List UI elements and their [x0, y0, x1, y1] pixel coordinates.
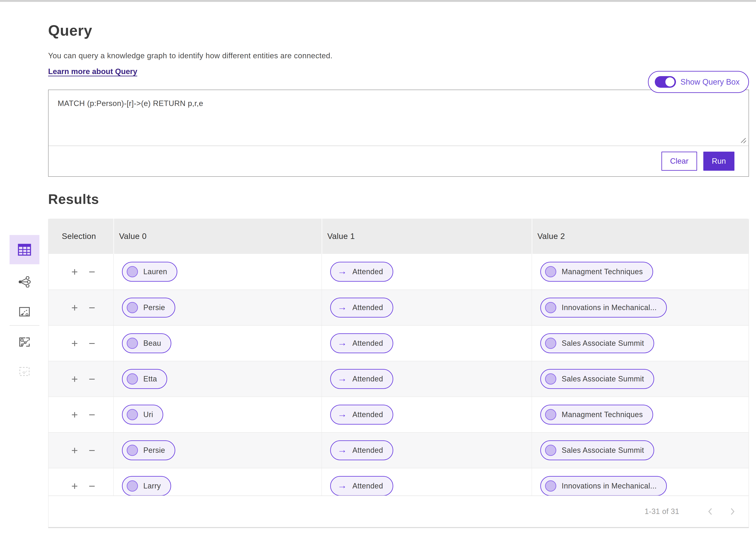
node-pill[interactable]: Beau: [122, 333, 171, 353]
next-page-button[interactable]: [726, 505, 738, 518]
row-value2-cell: Managment Techniques: [532, 254, 748, 290]
edge-pill[interactable]: → Attended: [330, 333, 393, 353]
row-value0-cell: Etta: [113, 361, 322, 396]
results-table: Selection Value 0 Value 1 Value 2 + − La…: [48, 219, 749, 528]
collapse-row-button[interactable]: −: [89, 302, 96, 313]
edge-pill[interactable]: → Attended: [330, 298, 393, 317]
column-header-value1: Value 1: [322, 219, 532, 254]
row-value0-cell: Uri: [113, 397, 322, 432]
collapse-row-button[interactable]: −: [89, 445, 96, 456]
node-pill[interactable]: Innovations in Mechanical...: [540, 298, 667, 317]
row-selection-cell: + −: [49, 326, 113, 361]
node-pill[interactable]: Larry: [122, 476, 171, 496]
collapse-row-button[interactable]: −: [89, 338, 96, 349]
run-button[interactable]: Run: [703, 152, 735, 171]
node-pill-label: Persie: [143, 446, 165, 455]
row-value0-cell: Larry: [113, 468, 322, 496]
page-title: Query: [48, 22, 749, 39]
row-value2-cell: Sales Associate Summit: [532, 326, 748, 361]
collapse-row-button[interactable]: −: [89, 409, 96, 420]
edge-arrow-icon: →: [338, 374, 347, 383]
results-section: Selection Value 0 Value 1 Value 2 + − La…: [0, 219, 749, 528]
row-value1-cell: → Attended: [322, 397, 532, 432]
expand-row-button[interactable]: +: [71, 266, 78, 277]
edge-pill[interactable]: → Attended: [330, 262, 393, 282]
sidebar-item-path-view[interactable]: [10, 298, 39, 325]
expand-row-button[interactable]: +: [71, 302, 78, 313]
edge-pill-label: Attended: [352, 482, 383, 490]
edge-pill[interactable]: → Attended: [330, 476, 393, 496]
resize-handle-icon[interactable]: [739, 137, 747, 144]
edge-arrow-icon: →: [338, 480, 347, 490]
toggle-label: Show Query Box: [681, 78, 739, 87]
node-circle-icon: [127, 373, 138, 385]
expand-row-button[interactable]: +: [71, 373, 78, 385]
prev-page-button[interactable]: [704, 505, 717, 518]
node-pill-label: Sales Associate Summit: [562, 375, 644, 383]
expand-row-button[interactable]: +: [71, 480, 78, 492]
edge-pill-label: Attended: [352, 446, 383, 455]
edge-arrow-icon: →: [338, 266, 347, 276]
node-pill[interactable]: Sales Associate Summit: [540, 440, 654, 460]
sidebar-item-export-graph-view[interactable]: [10, 329, 39, 355]
table-body: + − Lauren → Attended Managment Techniqu…: [49, 254, 748, 496]
node-pill-label: Beau: [143, 339, 161, 348]
sidebar-item-widget-view[interactable]: [10, 358, 39, 385]
node-circle-icon: [127, 338, 138, 349]
node-pill[interactable]: Uri: [122, 405, 163, 425]
row-value1-cell: → Attended: [322, 254, 532, 290]
query-input[interactable]: MATCH (p:Person)-[r]->(e) RETURN p,r,e: [49, 90, 748, 145]
edge-pill[interactable]: → Attended: [330, 440, 393, 460]
node-pill[interactable]: Lauren: [122, 262, 177, 282]
path-box-icon: [19, 307, 30, 316]
row-selection-cell: + −: [49, 433, 113, 468]
expand-row-button[interactable]: +: [71, 409, 78, 420]
edge-pill-label: Attended: [352, 339, 383, 348]
clear-button[interactable]: Clear: [661, 152, 697, 171]
node-pill[interactable]: Sales Associate Summit: [540, 369, 654, 389]
edge-pill[interactable]: → Attended: [330, 405, 393, 425]
node-pill-label: Innovations in Mechanical...: [562, 303, 657, 312]
edge-pill-label: Attended: [352, 410, 383, 419]
table-row: + − Lauren → Attended Managment Techniqu…: [49, 254, 748, 290]
toggle-knob: [665, 77, 674, 87]
sidebar-item-graph-view[interactable]: [10, 268, 39, 295]
edge-arrow-icon: →: [338, 338, 347, 348]
query-section: Query You can query a knowledge graph to…: [48, 22, 749, 207]
row-value2-cell: Innovations in Mechanical...: [532, 468, 748, 496]
table-footer: 1-31 of 31: [49, 496, 748, 527]
learn-more-link[interactable]: Learn more about Query: [48, 67, 137, 76]
node-pill[interactable]: Managment Techniques: [540, 262, 653, 282]
row-value0-cell: Persie: [113, 433, 322, 468]
show-query-box-toggle[interactable]: Show Query Box: [648, 71, 749, 93]
edge-pill-label: Attended: [352, 268, 383, 276]
row-selection-cell: + −: [49, 290, 113, 325]
expand-row-button[interactable]: +: [71, 445, 78, 456]
node-circle-icon: [545, 480, 556, 492]
page-description: You can query a knowledge graph to ident…: [48, 52, 749, 60]
node-pill[interactable]: Etta: [122, 369, 167, 389]
node-pill-label: Sales Associate Summit: [562, 446, 644, 455]
row-value2-cell: Managment Techniques: [532, 397, 748, 432]
sidebar-item-table-view[interactable]: [10, 235, 39, 264]
collapse-row-button[interactable]: −: [89, 373, 96, 385]
node-pill[interactable]: Persie: [122, 440, 175, 460]
node-pill[interactable]: Innovations in Mechanical...: [540, 476, 667, 496]
query-edit-area: MATCH (p:Person)-[r]->(e) RETURN p,r,e: [49, 90, 748, 145]
row-selection-cell: + −: [49, 254, 113, 290]
collapse-row-button[interactable]: −: [89, 266, 96, 277]
node-pill-label: Managment Techniques: [562, 410, 643, 419]
row-value1-cell: → Attended: [322, 326, 532, 361]
node-pill[interactable]: Persie: [122, 298, 175, 317]
column-header-selection: Selection: [49, 219, 113, 254]
node-pill[interactable]: Managment Techniques: [540, 405, 653, 425]
edge-arrow-icon: →: [338, 445, 347, 454]
collapse-row-button[interactable]: −: [89, 480, 96, 492]
export-graph-icon: [19, 337, 30, 347]
expand-row-button[interactable]: +: [71, 338, 78, 349]
node-pill-label: Persie: [143, 303, 165, 312]
node-pill[interactable]: Sales Associate Summit: [540, 333, 654, 353]
edge-pill[interactable]: → Attended: [330, 369, 393, 389]
view-rail: [0, 219, 48, 528]
node-circle-icon: [545, 338, 556, 349]
